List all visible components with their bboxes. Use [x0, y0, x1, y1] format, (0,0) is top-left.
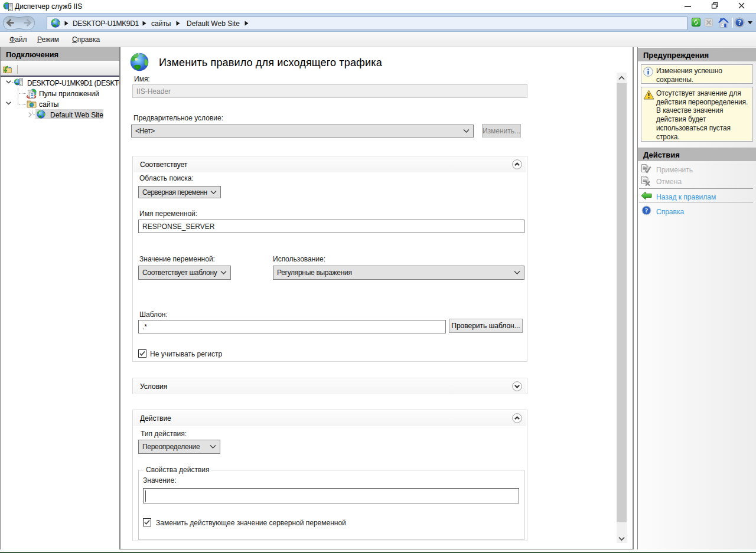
- svg-text:?: ?: [645, 207, 649, 214]
- svg-text:?: ?: [738, 19, 741, 26]
